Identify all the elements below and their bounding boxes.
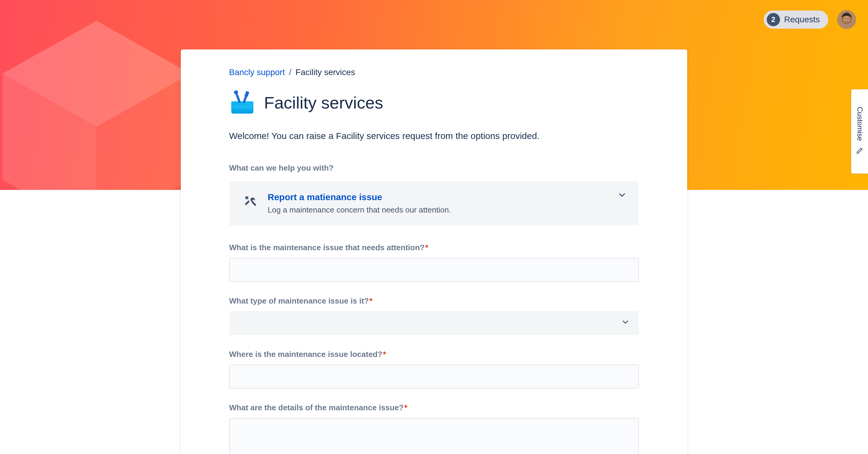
- request-type-selector[interactable]: Report a matienance issue Log a maintena…: [229, 181, 639, 225]
- main-card: Bancly support / Facility services: [181, 50, 687, 454]
- breadcrumb-root-link[interactable]: Bancly support: [229, 67, 285, 77]
- issue-input[interactable]: [229, 258, 639, 282]
- requests-button[interactable]: 2 Requests: [764, 10, 828, 29]
- chevron-down-icon: [621, 318, 630, 329]
- svg-rect-10: [245, 200, 250, 205]
- breadcrumb-separator: /: [289, 67, 291, 77]
- request-type-title: Report a matienance issue: [268, 192, 627, 202]
- field-label-details: What are the details of the maintenance …: [229, 403, 639, 413]
- svg-rect-9: [244, 91, 250, 97]
- page-title: Facility services: [264, 93, 383, 113]
- chevron-down-icon: [617, 190, 627, 201]
- location-input[interactable]: [229, 364, 639, 389]
- customise-tab[interactable]: Customise: [851, 89, 868, 174]
- welcome-text: Welcome! You can raise a Facility servic…: [229, 130, 639, 142]
- details-textarea[interactable]: [229, 418, 639, 454]
- svg-rect-6: [231, 101, 253, 106]
- request-type-description: Log a maintenance concern that needs our…: [268, 205, 627, 215]
- svg-point-4: [847, 18, 848, 19]
- field-label-type: What type of maintenance issue is it?*: [229, 296, 639, 306]
- breadcrumb: Bancly support / Facility services: [229, 67, 639, 77]
- type-select[interactable]: [229, 311, 639, 335]
- wrench-screwdriver-icon: [243, 194, 257, 208]
- help-section-label: What can we help you with?: [229, 163, 639, 173]
- pencil-icon: [856, 147, 864, 156]
- svg-rect-11: [251, 201, 256, 206]
- breadcrumb-current: Facility services: [296, 67, 355, 77]
- customise-label: Customise: [856, 107, 864, 141]
- requests-count-badge: 2: [767, 13, 780, 26]
- field-label-location: Where is the maintenance issue located?*: [229, 350, 639, 359]
- toolbox-icon: [229, 89, 255, 116]
- svg-point-3: [845, 18, 846, 19]
- field-label-issue: What is the maintenance issue that needs…: [229, 243, 639, 252]
- avatar[interactable]: [837, 10, 856, 29]
- requests-label: Requests: [784, 15, 820, 24]
